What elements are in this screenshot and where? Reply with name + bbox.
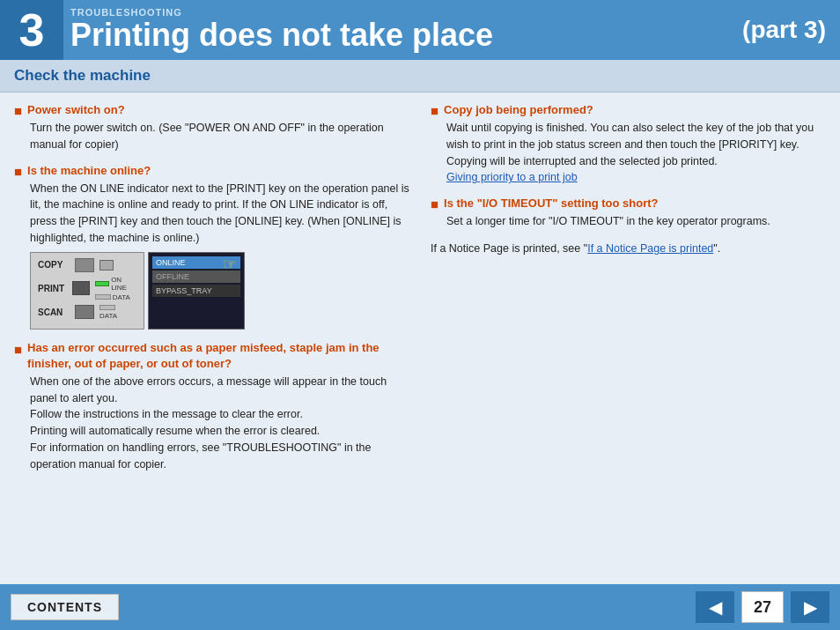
item-power-switch-title: ■ Power switch on? bbox=[14, 103, 409, 118]
online-led-label: ON LINE bbox=[111, 276, 136, 292]
item-copy-job-title: ■ Copy job being performed? bbox=[431, 103, 826, 118]
header-title: Printing does not take place bbox=[70, 18, 742, 53]
scan-icon bbox=[75, 305, 94, 319]
error-body-line1: When one of the above errors occurs, a m… bbox=[30, 374, 409, 407]
print-icon bbox=[72, 281, 90, 295]
scan-label: SCAN bbox=[38, 308, 71, 317]
bullet-icon: ■ bbox=[431, 196, 438, 211]
data-led-row: DATA bbox=[95, 293, 136, 301]
notice-text: If a Notice Page is printed, see "If a N… bbox=[431, 241, 826, 257]
print-leds: ON LINE DATA bbox=[95, 276, 136, 301]
error-body-line4: For information on handling errors, see … bbox=[30, 440, 409, 473]
print-row: PRINT ON LINE DATA bbox=[38, 276, 136, 301]
page-number: 27 bbox=[741, 591, 784, 623]
item-machine-online-body: When the ON LINE indicator next to the [… bbox=[14, 181, 409, 247]
print-label: PRINT bbox=[38, 284, 69, 293]
copy-button bbox=[99, 260, 114, 271]
item-io-timeout: ■ Is the "I/O TIMEOUT" setting too short… bbox=[431, 196, 826, 230]
bullet-icon: ■ bbox=[431, 103, 438, 118]
item-error-title: ■ Has an error occurred such as a paper … bbox=[14, 340, 409, 372]
item-error-body: When one of the above errors occurs, a m… bbox=[14, 374, 409, 473]
data-led-label: DATA bbox=[113, 293, 130, 301]
data-led bbox=[95, 294, 111, 300]
hand-pointer-icon: ☞ bbox=[223, 255, 237, 274]
item-machine-online: ■ Is the machine online? When the ON LIN… bbox=[14, 164, 409, 330]
online-led bbox=[95, 281, 109, 286]
footer-navigation: ◀ 27 ▶ bbox=[696, 591, 829, 623]
bullet-icon: ■ bbox=[14, 164, 22, 179]
contents-button[interactable]: CONTENTS bbox=[11, 594, 119, 620]
header-part: (part 3) bbox=[742, 0, 840, 60]
item-io-timeout-body: Set a longer time for "I/O TIMEOUT" in t… bbox=[431, 213, 826, 230]
item-power-switch-body: Turn the power switch on. (See "POWER ON… bbox=[14, 120, 409, 153]
item-power-switch: ■ Power switch on? Turn the power switch… bbox=[14, 103, 409, 153]
header-text-block: TROUBLESHOOTING Printing does not take p… bbox=[63, 0, 742, 60]
touch-screen-panel: ONLINE OFFLINE BYPASS_TRAY ☞ bbox=[148, 252, 245, 330]
priority-link[interactable]: Giving priority to a print job bbox=[446, 171, 578, 183]
panel-illustration: COPY PRINT ON LINE bbox=[30, 252, 409, 330]
scan-data-label: DATA bbox=[99, 312, 117, 320]
page-footer: CONTENTS ◀ 27 ▶ bbox=[0, 584, 840, 630]
copy-icon bbox=[75, 258, 94, 272]
notice-page-link[interactable]: If a Notice Page is printed bbox=[587, 242, 713, 255]
chapter-number: 3 bbox=[0, 0, 63, 60]
copy-label: COPY bbox=[38, 260, 71, 270]
scan-data-led bbox=[99, 305, 115, 310]
right-column: ■ Copy job being performed? Wait until c… bbox=[431, 103, 826, 483]
section-heading: Check the machine bbox=[0, 60, 840, 93]
error-body-line2: Follow the instructions in the message t… bbox=[30, 406, 409, 423]
bullet-icon: ■ bbox=[14, 340, 22, 359]
error-body-line3: Printing will automatically resume when … bbox=[30, 423, 409, 440]
item-error-occurred: ■ Has an error occurred such as a paper … bbox=[14, 340, 409, 473]
page-header: 3 TROUBLESHOOTING Printing does not take… bbox=[0, 0, 840, 60]
online-led-row: ON LINE bbox=[95, 276, 136, 292]
scan-leds: DATA bbox=[99, 305, 117, 320]
bypass-tray-menu-item: BYPASS_TRAY bbox=[152, 285, 240, 297]
item-io-timeout-title: ■ Is the "I/O TIMEOUT" setting too short… bbox=[431, 196, 826, 211]
left-column: ■ Power switch on? Turn the power switch… bbox=[14, 103, 409, 483]
operation-panel: COPY PRINT ON LINE bbox=[30, 252, 144, 330]
copy-row: COPY bbox=[38, 258, 136, 272]
bullet-icon: ■ bbox=[14, 103, 22, 118]
next-page-button[interactable]: ▶ bbox=[791, 591, 829, 623]
item-copy-job-body: Wait until copying is finished. You can … bbox=[431, 120, 826, 186]
item-copy-job: ■ Copy job being performed? Wait until c… bbox=[431, 103, 826, 186]
item-machine-online-title: ■ Is the machine online? bbox=[14, 164, 409, 179]
prev-page-button[interactable]: ◀ bbox=[696, 591, 734, 623]
main-content: ■ Power switch on? Turn the power switch… bbox=[0, 93, 840, 490]
scan-row: SCAN DATA bbox=[38, 305, 136, 320]
